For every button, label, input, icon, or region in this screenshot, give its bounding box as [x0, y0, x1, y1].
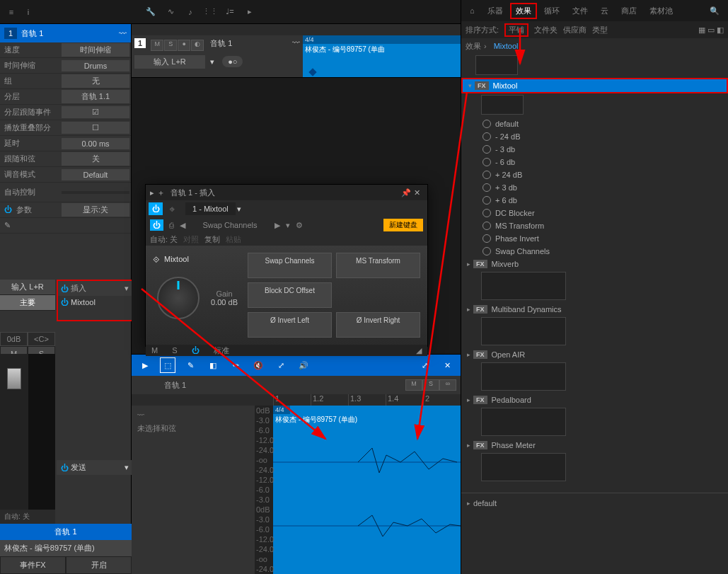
insert-header[interactable]: ⏻ 插入 ▾ [58, 281, 132, 296]
ms-transform-button[interactable]: MS Transform [336, 253, 420, 278]
view-icons[interactable]: ▦ ▭ ◧ [698, 25, 724, 35]
plugin-power-icon[interactable]: ⏻ [149, 202, 163, 215]
mini-mon-button[interactable]: ◐ [191, 40, 204, 51]
info-icon[interactable]: i [21, 3, 35, 21]
editor-track-name[interactable]: 音轨 1 [164, 380, 186, 391]
marker-icon[interactable]: ▸ [241, 3, 259, 21]
preset-item[interactable]: default [461, 117, 728, 130]
sort-tile[interactable]: 平铺 [504, 23, 528, 37]
preset-prev-icon[interactable]: ◀ [180, 221, 185, 230]
tab-cloud[interactable]: 云 [595, 3, 614, 19]
note-tool-icon[interactable]: ♪ [181, 3, 200, 21]
insert-item-mixtool[interactable]: ⏻ Mixtool [58, 296, 132, 309]
timestretch-value[interactable]: Drums [62, 60, 129, 71]
preset-item[interactable]: Swap Channels [461, 245, 728, 258]
waveform-display[interactable]: 4/4 林俊杰 - 编号89757 (单曲) 0dB-3.0-6.0-12.0-… [273, 406, 461, 574]
wrench-icon[interactable]: 🔧 [141, 3, 160, 21]
mini-mute-button[interactable]: M [151, 40, 163, 51]
sort-vendor[interactable]: 供应商 [563, 25, 587, 35]
editor-solo[interactable]: S [422, 379, 439, 391]
swap-channels-button[interactable]: Swap Channels [248, 253, 332, 278]
fx-item[interactable]: ▸FXOpen AIR [461, 348, 728, 361]
paint-tool-icon[interactable]: ✏ [228, 357, 243, 373]
tab-instruments[interactable]: 乐器 [482, 3, 509, 19]
open-button[interactable]: 开启 [66, 556, 132, 574]
fx-item[interactable]: ▸FXMixverb [461, 258, 728, 270]
expand-icon[interactable]: ⤢ [417, 357, 432, 373]
tab-files[interactable]: 文件 [567, 3, 594, 19]
mini-input[interactable]: 输入 L+R [134, 55, 205, 69]
menu-icon[interactable]: ≡ [4, 3, 18, 21]
crumb-root[interactable]: 效果 [466, 41, 481, 52]
fader-track[interactable] [0, 354, 28, 510]
tab-loops[interactable]: 循环 [538, 3, 565, 19]
mute-tool-icon[interactable]: 🔇 [250, 357, 266, 373]
preset-item[interactable]: MS Transform [461, 219, 728, 232]
range-tool-icon[interactable]: ⬚ [160, 357, 175, 373]
editor-link[interactable]: ∞ [439, 379, 456, 391]
preset-item[interactable]: - 24 dB [461, 130, 728, 143]
wave-tool-icon[interactable]: ∿ [161, 3, 180, 21]
tab-store[interactable]: 商店 [616, 3, 642, 19]
event-fx-button[interactable]: 事件FX [0, 556, 66, 574]
gain-knob[interactable] [157, 277, 200, 319]
editor-mute[interactable]: M [405, 379, 422, 391]
listen-tool-icon[interactable]: 🔊 [296, 357, 311, 373]
track-header[interactable]: 1 音轨 1 〰 [0, 24, 131, 42]
tab-effects[interactable]: 效果 [510, 3, 537, 19]
preset-item[interactable]: + 3 db [461, 181, 728, 194]
plugin-tab[interactable]: 1 - Mixtool [185, 202, 236, 215]
playoverlap-checkbox[interactable]: ☐ [62, 122, 129, 134]
automation-mode[interactable]: 自动: 关 [0, 510, 55, 524]
sort-folder[interactable]: 文件夹 [534, 25, 557, 35]
collapse-icon[interactable]: ▸ [150, 188, 154, 197]
auto-off-label[interactable]: 自动: 关 [150, 234, 178, 245]
footer-m[interactable]: M [151, 346, 158, 355]
close-editor-icon[interactable]: ✕ [439, 357, 455, 373]
tab-pool[interactable]: 素材池 [644, 3, 678, 19]
search-icon[interactable]: 🔍 [704, 4, 725, 18]
fx-item[interactable]: ▸FXPedalboard [461, 394, 728, 406]
layerfollow-checkbox[interactable]: ☑ [62, 106, 129, 118]
preset-next-icon[interactable]: ▶ [275, 221, 280, 230]
invert-left-button[interactable]: Ø Invert Left [248, 312, 332, 338]
copy-label[interactable]: 复制 [204, 234, 220, 245]
input-selector[interactable]: 输入 L+R [0, 280, 55, 295]
power-icon[interactable]: ⏻ [61, 298, 69, 306]
preset-item[interactable]: + 24 dB [461, 168, 728, 181]
followchord-value[interactable]: 关 [62, 152, 129, 166]
preset-menu-icon[interactable]: ▾ [286, 221, 290, 230]
preset-item[interactable]: + 6 db [461, 194, 728, 207]
speed-value[interactable]: 时间伸缩 [62, 43, 129, 57]
browser-item-mixtool[interactable]: ▾FXMixtool [461, 78, 728, 93]
automation-node[interactable] [308, 68, 316, 76]
mini-rec-button[interactable]: ● [178, 40, 190, 51]
bypass-icon[interactable]: ⏻ [150, 219, 163, 231]
autoctrl-value[interactable] [62, 191, 129, 194]
group-value[interactable]: 无 [62, 74, 129, 88]
footer-power[interactable]: ⏻ [192, 346, 200, 355]
footer-std[interactable]: 标准 [214, 345, 229, 356]
params-value[interactable]: 显示:关 [62, 203, 129, 217]
output-selector[interactable]: 主要 [0, 295, 55, 311]
send-header[interactable]: ⏻发送 ▾ [57, 460, 133, 475]
add-icon[interactable]: ＋ [157, 188, 165, 198]
mini-solo-button[interactable]: S [164, 40, 177, 51]
gear-icon[interactable]: ⚙ [296, 221, 303, 230]
browser-bottom-default[interactable]: ▸default [461, 493, 728, 510]
invert-right-button[interactable]: Ø Invert Right [336, 312, 420, 338]
preset-item[interactable]: Phase Invert [461, 232, 728, 245]
bend-tool-icon[interactable]: ⤢ [273, 357, 289, 373]
fader-handle[interactable] [7, 368, 21, 389]
footer-s[interactable]: S [172, 346, 177, 355]
browser-list[interactable]: ▾FXMixtool default- 24 dB- 3 db- 6 db+ 2… [461, 54, 728, 563]
track-name-bar[interactable]: 音轨 1 [0, 524, 132, 540]
preset-name[interactable]: Swap Channels [191, 221, 269, 229]
close-icon[interactable]: ✕ [411, 188, 423, 197]
new-midi-button[interactable]: 新建键盘 [383, 219, 423, 231]
fx-item[interactable]: ▸FXPhase Meter [461, 439, 728, 452]
draw-tool-icon[interactable]: ✎ [183, 357, 198, 373]
mini-clip[interactable]: 4/4 林俊杰 - 编号89757 (单曲 [303, 35, 461, 77]
monitor-toggle[interactable]: ●○ [222, 56, 243, 67]
delay-value[interactable]: 0.00 ms [62, 138, 129, 149]
